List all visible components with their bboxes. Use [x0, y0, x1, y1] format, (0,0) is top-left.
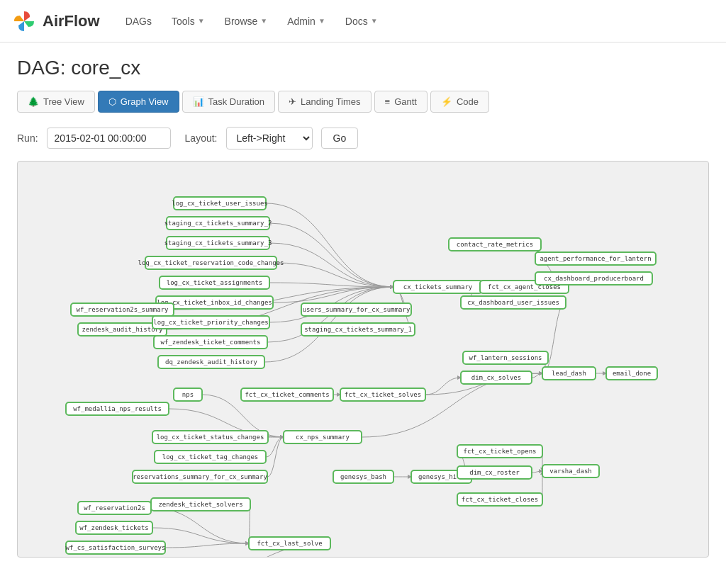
- svg-text:staging_cx_tickets_summary_3: staging_cx_tickets_summary_3: [164, 239, 272, 247]
- svg-text:log_cx_ticket_status_changes: log_cx_ticket_status_changes: [157, 434, 264, 441]
- graph-svg: log_cx_ticket_user_issuesstaging_cx_tick…: [18, 162, 708, 557]
- dag-node-wf_reservation2s[interactable]: wf_reservation2s: [78, 502, 151, 514]
- dag-node-wf_lantern_sessions[interactable]: wf_lantern_sessions: [463, 351, 548, 364]
- dag-node-fct_cx_ticket_comments[interactable]: fct_cx_ticket_comments: [241, 388, 333, 401]
- svg-text:dim_cx_roster: dim_cx_roster: [469, 469, 520, 476]
- svg-text:contact_rate_metrics: contact_rate_metrics: [457, 241, 533, 248]
- dag-node-wf_cs_satisfaction_surveys[interactable]: wf_cs_satisfaction_surveys: [66, 541, 166, 554]
- svg-text:email_done: email_done: [613, 370, 651, 377]
- nav-item-docs[interactable]: Docs ▼: [337, 10, 386, 33]
- go-button[interactable]: Go: [321, 128, 359, 149]
- svg-text:wf_cs_satisfaction_surveys: wf_cs_satisfaction_surveys: [66, 544, 166, 551]
- admin-dropdown-icon: ▼: [318, 17, 325, 25]
- brand-logo-icon: [11, 9, 37, 34]
- nav-item-dags[interactable]: DAGs: [117, 10, 160, 33]
- svg-text:fct_cx_last_solve: fct_cx_last_solve: [257, 540, 322, 547]
- dag-node-agent_performance_for_lantern[interactable]: agent_performance_for_lantern: [535, 252, 656, 265]
- dag-node-log_cx_ticket_reservation_code_changes[interactable]: log_cx_ticket_reservation_code_changes: [138, 256, 284, 269]
- run-input[interactable]: [47, 128, 171, 149]
- browse-dropdown-icon: ▼: [260, 17, 267, 25]
- layout-label: Layout:: [185, 132, 218, 144]
- svg-text:wf_medallia_nps_results: wf_medallia_nps_results: [73, 405, 162, 412]
- nav-item-tools[interactable]: Tools ▼: [163, 10, 213, 33]
- svg-text:log_cx_ticket_priority_changes: log_cx_ticket_priority_changes: [153, 319, 269, 326]
- task-duration-icon: 📊: [193, 96, 204, 107]
- nav-items: DAGs Tools ▼ Browse ▼ Admin ▼ Docs ▼: [117, 10, 386, 33]
- tab-tree-view[interactable]: 🌲 Tree View: [17, 91, 95, 113]
- dag-node-varsha_dash[interactable]: varsha_dash: [542, 465, 599, 477]
- dag-node-lead_dash[interactable]: lead_dash: [542, 367, 596, 380]
- svg-text:cx_dashboard_user_issues: cx_dashboard_user_issues: [467, 299, 559, 306]
- dag-node-log_cx_ticket_user_issues[interactable]: log_cx_ticket_user_issues: [172, 197, 267, 210]
- svg-text:fct_cx_ticket_closes: fct_cx_ticket_closes: [462, 496, 538, 503]
- svg-text:log_cx_ticket_tag_changes: log_cx_ticket_tag_changes: [162, 453, 258, 460]
- nav-item-admin[interactable]: Admin ▼: [279, 10, 334, 33]
- svg-text:users_summary_for_cx_summary: users_summary_for_cx_summary: [303, 306, 411, 313]
- code-icon: ⚡: [441, 96, 452, 107]
- dag-node-dq_zendesk_audit_history[interactable]: dq_zendesk_audit_history: [158, 356, 264, 368]
- dag-title: DAG: core_cx: [17, 57, 709, 79]
- svg-text:log_cx_ticket_reservation_code: log_cx_ticket_reservation_code_changes: [138, 259, 284, 266]
- dag-node-reservations_summary_for_cx_summary[interactable]: reservations_summary_for_cx_summary: [133, 470, 267, 483]
- dag-node-log_cx_ticket_status_changes[interactable]: log_cx_ticket_status_changes: [152, 431, 268, 443]
- brand-name: AirFlow: [43, 12, 100, 30]
- dag-node-log_cx_ticket_assignments[interactable]: log_cx_ticket_assignments: [160, 276, 269, 289]
- dag-node-cx_dashboard_user_issues[interactable]: cx_dashboard_user_issues: [461, 296, 566, 309]
- dag-node-staging_cx_tickets_summary_1[interactable]: staging_cx_tickets_summary_1: [301, 323, 415, 336]
- dag-node-dim_cx_roster[interactable]: dim_cx_roster: [457, 466, 532, 479]
- svg-text:wf_reservation2s_summary: wf_reservation2s_summary: [76, 306, 169, 313]
- svg-text:genesys_bash: genesys_bash: [340, 473, 386, 480]
- dag-node-cx_tickets_summary[interactable]: cx_tickets_summary: [393, 281, 482, 293]
- svg-text:zendesk_audit_history: zendesk_audit_history: [82, 326, 163, 333]
- tab-gantt[interactable]: ≡ Gantt: [374, 91, 428, 113]
- landing-times-icon: ✈: [289, 96, 296, 107]
- svg-text:varsha_dash: varsha_dash: [549, 468, 592, 475]
- svg-text:wf_zendesk_ticket_comments: wf_zendesk_ticket_comments: [161, 339, 261, 346]
- tree-view-icon: 🌲: [28, 96, 39, 107]
- dag-node-log_cx_ticket_priority_changes[interactable]: log_cx_ticket_priority_changes: [152, 316, 269, 329]
- tab-task-duration[interactable]: 📊 Task Duration: [182, 91, 275, 113]
- dag-node-users_summary_for_cx_summary[interactable]: users_summary_for_cx_summary: [301, 303, 411, 316]
- svg-text:log_cx_ticket_assignments: log_cx_ticket_assignments: [167, 279, 262, 286]
- docs-dropdown-icon: ▼: [371, 17, 378, 25]
- svg-text:fct_cx_ticket_opens: fct_cx_ticket_opens: [464, 448, 537, 455]
- dag-node-zendesk_ticket_solvers[interactable]: zendesk_ticket_solvers: [151, 498, 250, 511]
- dag-node-fct_cx_last_solve[interactable]: fct_cx_last_solve: [249, 537, 330, 550]
- svg-text:cx_tickets_summary: cx_tickets_summary: [403, 283, 473, 290]
- dag-node-cx_dashboard_producerboard[interactable]: cx_dashboard_producerboard: [535, 272, 652, 285]
- dag-node-fct_cx_ticket_closes[interactable]: fct_cx_ticket_closes: [457, 493, 542, 506]
- dag-node-staging_cx_tickets_summary_2[interactable]: staging_cx_tickets_summary_2: [164, 217, 272, 230]
- brand-link[interactable]: AirFlow: [11, 9, 100, 34]
- svg-text:wf_zendesk_tickets: wf_zendesk_tickets: [79, 524, 149, 531]
- dag-node-cx_nps_summary[interactable]: cx_nps_summary: [284, 431, 362, 443]
- dag-node-staging_cx_tickets_summary_3[interactable]: staging_cx_tickets_summary_3: [164, 237, 272, 249]
- dag-node-wf_reservation2s_summary[interactable]: wf_reservation2s_summary: [71, 303, 174, 316]
- dag-node-nps[interactable]: nps: [174, 388, 202, 401]
- svg-text:dim_cx_solves: dim_cx_solves: [471, 374, 521, 381]
- tab-landing-times[interactable]: ✈ Landing Times: [278, 91, 372, 113]
- svg-text:log_cx_ticket_user_issues: log_cx_ticket_user_issues: [172, 200, 267, 207]
- dag-node-contact_rate_metrics[interactable]: contact_rate_metrics: [449, 238, 541, 251]
- graph-container[interactable]: log_cx_ticket_user_issuesstaging_cx_tick…: [17, 161, 709, 558]
- nav-item-browse[interactable]: Browse ▼: [216, 10, 277, 33]
- svg-text:nps: nps: [182, 391, 194, 398]
- dag-node-log_cx_ticket_tag_changes[interactable]: log_cx_ticket_tag_changes: [155, 451, 266, 463]
- tab-code[interactable]: ⚡ Code: [430, 91, 489, 113]
- dag-node-fct_cx_ticket_opens[interactable]: fct_cx_ticket_opens: [457, 445, 542, 458]
- dag-node-wf_zendesk_ticket_comments[interactable]: wf_zendesk_ticket_comments: [154, 336, 267, 349]
- dag-node-dim_cx_solves[interactable]: dim_cx_solves: [461, 371, 532, 384]
- tab-graph-view[interactable]: ⬡ Graph View: [98, 91, 179, 113]
- svg-text:wf_reservation2s: wf_reservation2s: [84, 504, 145, 511]
- layout-select[interactable]: Left->Right Top->Bottom: [226, 127, 313, 149]
- gantt-icon: ≡: [385, 96, 391, 107]
- svg-text:dq_zendesk_audit_history: dq_zendesk_audit_history: [165, 358, 258, 366]
- dag-node-fct_cx_ticket_solves[interactable]: fct_cx_ticket_solves: [340, 388, 425, 401]
- page-content: DAG: core_cx 🌲 Tree View ⬡ Graph View 📊 …: [0, 43, 726, 572]
- svg-text:staging_cx_tickets_summary_2: staging_cx_tickets_summary_2: [164, 220, 272, 227]
- svg-text:cx_nps_summary: cx_nps_summary: [296, 434, 350, 441]
- navbar: AirFlow DAGs Tools ▼ Browse ▼ Admin ▼ Do…: [0, 0, 726, 43]
- dag-node-wf_medallia_nps_results[interactable]: wf_medallia_nps_results: [66, 402, 169, 415]
- dag-node-genesys_bash[interactable]: genesys_bash: [333, 470, 393, 483]
- dag-node-wf_zendesk_tickets[interactable]: wf_zendesk_tickets: [76, 521, 152, 534]
- dag-node-email_done[interactable]: email_done: [606, 367, 657, 380]
